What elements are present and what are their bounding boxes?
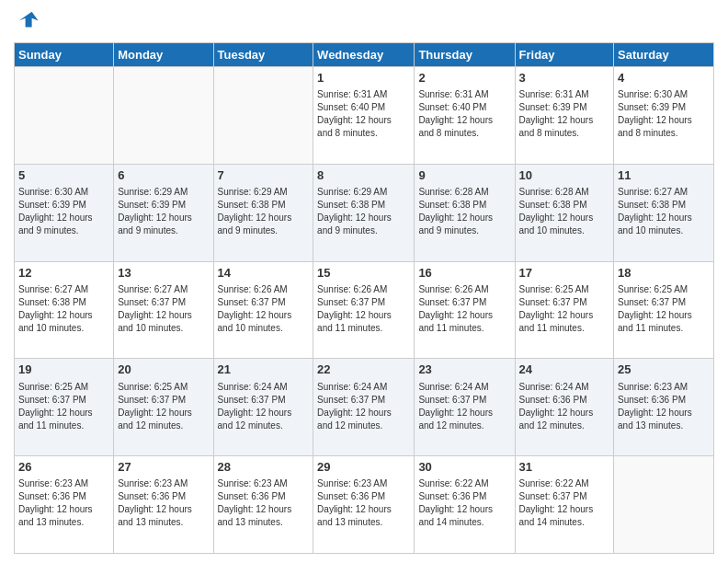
calendar-cell: 21Sunrise: 6:24 AM Sunset: 6:37 PM Dayli…: [213, 359, 313, 456]
day-number: 4: [618, 70, 710, 86]
calendar-cell: 7Sunrise: 6:29 AM Sunset: 6:38 PM Daylig…: [213, 164, 313, 261]
week-row-2: 5Sunrise: 6:30 AM Sunset: 6:39 PM Daylig…: [15, 164, 714, 261]
day-info: Sunrise: 6:23 AM Sunset: 6:36 PM Dayligh…: [618, 381, 710, 432]
logo: [14, 9, 43, 35]
day-number: 19: [18, 362, 109, 378]
week-row-3: 12Sunrise: 6:27 AM Sunset: 6:38 PM Dayli…: [15, 261, 714, 359]
calendar-cell: 30Sunrise: 6:22 AM Sunset: 6:36 PM Dayli…: [415, 456, 515, 554]
calendar-cell: 16Sunrise: 6:26 AM Sunset: 6:37 PM Dayli…: [415, 261, 515, 359]
day-info: Sunrise: 6:23 AM Sunset: 6:36 PM Dayligh…: [18, 477, 109, 529]
calendar-cell: 26Sunrise: 6:23 AM Sunset: 6:36 PM Dayli…: [15, 456, 114, 554]
day-number: 28: [218, 459, 310, 476]
day-number: 7: [218, 167, 310, 184]
day-info: Sunrise: 6:31 AM Sunset: 6:40 PM Dayligh…: [418, 88, 510, 140]
day-info: Sunrise: 6:26 AM Sunset: 6:37 PM Dayligh…: [317, 283, 410, 335]
day-info: Sunrise: 6:23 AM Sunset: 6:36 PM Dayligh…: [218, 477, 310, 529]
day-number: 15: [317, 265, 410, 282]
weekday-header-wednesday: Wednesday: [313, 43, 415, 67]
day-number: 18: [618, 265, 710, 282]
day-number: 21: [218, 362, 310, 378]
day-info: Sunrise: 6:24 AM Sunset: 6:37 PM Dayligh…: [317, 381, 410, 432]
calendar-cell: [213, 67, 313, 165]
header: [14, 9, 714, 35]
day-number: 1: [317, 70, 410, 86]
calendar-cell: 4Sunrise: 6:30 AM Sunset: 6:39 PM Daylig…: [614, 67, 714, 165]
day-info: Sunrise: 6:30 AM Sunset: 6:39 PM Dayligh…: [618, 88, 710, 140]
day-number: 24: [519, 362, 610, 378]
day-info: Sunrise: 6:26 AM Sunset: 6:37 PM Dayligh…: [418, 283, 510, 335]
day-number: 3: [519, 70, 610, 86]
calendar-cell: 25Sunrise: 6:23 AM Sunset: 6:36 PM Dayli…: [614, 359, 714, 456]
calendar-cell: 24Sunrise: 6:24 AM Sunset: 6:36 PM Dayli…: [515, 359, 614, 456]
weekday-header-sunday: Sunday: [15, 43, 114, 67]
day-number: 8: [317, 167, 410, 184]
calendar: SundayMondayTuesdayWednesdayThursdayFrid…: [14, 42, 714, 554]
calendar-cell: 6Sunrise: 6:29 AM Sunset: 6:39 PM Daylig…: [114, 164, 213, 261]
day-info: Sunrise: 6:29 AM Sunset: 6:38 PM Dayligh…: [218, 186, 310, 237]
day-number: 12: [18, 265, 109, 282]
day-info: Sunrise: 6:28 AM Sunset: 6:38 PM Dayligh…: [519, 186, 610, 237]
calendar-cell: 10Sunrise: 6:28 AM Sunset: 6:38 PM Dayli…: [515, 164, 614, 261]
svg-marker-0: [19, 12, 39, 28]
day-number: 22: [317, 362, 410, 378]
day-info: Sunrise: 6:27 AM Sunset: 6:38 PM Dayligh…: [618, 186, 710, 237]
day-info: Sunrise: 6:24 AM Sunset: 6:37 PM Dayligh…: [218, 381, 310, 432]
day-number: 26: [18, 459, 109, 476]
calendar-cell: 12Sunrise: 6:27 AM Sunset: 6:38 PM Dayli…: [15, 261, 114, 359]
day-info: Sunrise: 6:31 AM Sunset: 6:39 PM Dayligh…: [519, 88, 610, 140]
day-info: Sunrise: 6:29 AM Sunset: 6:39 PM Dayligh…: [118, 186, 209, 237]
calendar-cell: [15, 67, 114, 165]
day-number: 25: [618, 362, 710, 378]
weekday-header-friday: Friday: [515, 43, 614, 67]
day-number: 5: [18, 167, 109, 184]
day-number: 27: [118, 459, 209, 476]
day-number: 30: [418, 459, 510, 476]
calendar-cell: 8Sunrise: 6:29 AM Sunset: 6:38 PM Daylig…: [313, 164, 415, 261]
day-info: Sunrise: 6:22 AM Sunset: 6:36 PM Dayligh…: [418, 477, 510, 529]
week-row-5: 26Sunrise: 6:23 AM Sunset: 6:36 PM Dayli…: [15, 456, 714, 554]
day-info: Sunrise: 6:27 AM Sunset: 6:37 PM Dayligh…: [118, 283, 209, 335]
day-number: 23: [418, 362, 510, 378]
calendar-cell: 27Sunrise: 6:23 AM Sunset: 6:36 PM Dayli…: [114, 456, 213, 554]
calendar-cell: 2Sunrise: 6:31 AM Sunset: 6:40 PM Daylig…: [415, 67, 515, 165]
week-row-4: 19Sunrise: 6:25 AM Sunset: 6:37 PM Dayli…: [15, 359, 714, 456]
day-number: 10: [519, 167, 610, 184]
calendar-cell: 15Sunrise: 6:26 AM Sunset: 6:37 PM Dayli…: [313, 261, 415, 359]
day-number: 31: [519, 459, 610, 476]
day-info: Sunrise: 6:29 AM Sunset: 6:38 PM Dayligh…: [317, 186, 410, 237]
day-number: 11: [618, 167, 710, 184]
calendar-cell: 17Sunrise: 6:25 AM Sunset: 6:37 PM Dayli…: [515, 261, 614, 359]
day-info: Sunrise: 6:25 AM Sunset: 6:37 PM Dayligh…: [118, 381, 209, 432]
day-number: 13: [118, 265, 209, 282]
day-info: Sunrise: 6:25 AM Sunset: 6:37 PM Dayligh…: [618, 283, 710, 335]
day-number: 17: [519, 265, 610, 282]
day-info: Sunrise: 6:23 AM Sunset: 6:36 PM Dayligh…: [118, 477, 209, 529]
calendar-cell: 20Sunrise: 6:25 AM Sunset: 6:37 PM Dayli…: [114, 359, 213, 456]
day-info: Sunrise: 6:31 AM Sunset: 6:40 PM Dayligh…: [317, 88, 410, 140]
calendar-cell: 19Sunrise: 6:25 AM Sunset: 6:37 PM Dayli…: [15, 359, 114, 456]
day-number: 6: [118, 167, 209, 184]
logo-icon: [14, 9, 40, 35]
day-info: Sunrise: 6:28 AM Sunset: 6:38 PM Dayligh…: [418, 186, 510, 237]
calendar-cell: 1Sunrise: 6:31 AM Sunset: 6:40 PM Daylig…: [313, 67, 415, 165]
day-number: 16: [418, 265, 510, 282]
weekday-header-thursday: Thursday: [415, 43, 515, 67]
day-number: 14: [218, 265, 310, 282]
day-info: Sunrise: 6:22 AM Sunset: 6:37 PM Dayligh…: [519, 477, 610, 529]
calendar-cell: 11Sunrise: 6:27 AM Sunset: 6:38 PM Dayli…: [614, 164, 714, 261]
calendar-cell: 31Sunrise: 6:22 AM Sunset: 6:37 PM Dayli…: [515, 456, 614, 554]
calendar-cell: 22Sunrise: 6:24 AM Sunset: 6:37 PM Dayli…: [313, 359, 415, 456]
day-number: 29: [317, 459, 410, 476]
calendar-cell: 3Sunrise: 6:31 AM Sunset: 6:39 PM Daylig…: [515, 67, 614, 165]
calendar-cell: 9Sunrise: 6:28 AM Sunset: 6:38 PM Daylig…: [415, 164, 515, 261]
calendar-cell: 29Sunrise: 6:23 AM Sunset: 6:36 PM Dayli…: [313, 456, 415, 554]
day-info: Sunrise: 6:26 AM Sunset: 6:37 PM Dayligh…: [218, 283, 310, 335]
calendar-cell: 18Sunrise: 6:25 AM Sunset: 6:37 PM Dayli…: [614, 261, 714, 359]
weekday-header-row: SundayMondayTuesdayWednesdayThursdayFrid…: [15, 43, 714, 67]
calendar-cell: [614, 456, 714, 554]
page: SundayMondayTuesdayWednesdayThursdayFrid…: [0, 0, 728, 563]
calendar-cell: 13Sunrise: 6:27 AM Sunset: 6:37 PM Dayli…: [114, 261, 213, 359]
calendar-cell: 23Sunrise: 6:24 AM Sunset: 6:37 PM Dayli…: [415, 359, 515, 456]
day-info: Sunrise: 6:25 AM Sunset: 6:37 PM Dayligh…: [519, 283, 610, 335]
day-info: Sunrise: 6:23 AM Sunset: 6:36 PM Dayligh…: [317, 477, 410, 529]
